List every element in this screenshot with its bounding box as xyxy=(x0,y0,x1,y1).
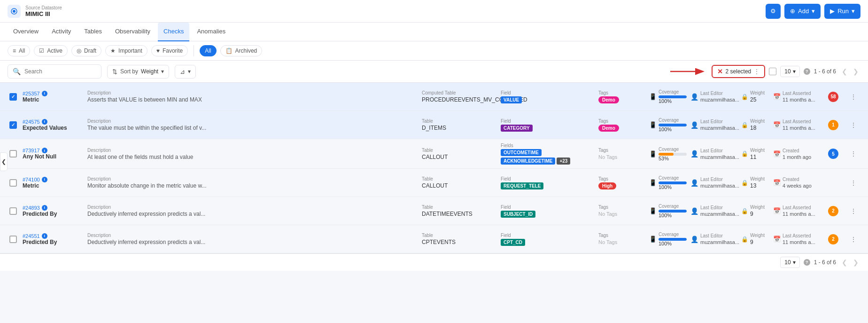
editor-name: muzammilhasa... xyxy=(700,154,739,160)
checkbox-unchecked[interactable] xyxy=(9,207,17,215)
weight-lock-icon: 🔒 xyxy=(741,122,748,128)
add-button[interactable]: ⊕ Add ▾ xyxy=(784,4,821,19)
tags-label: Tags xyxy=(598,118,645,124)
settings-button[interactable]: ⚙ xyxy=(766,4,781,19)
header-left: Source Datastore MIMIC III xyxy=(8,5,62,18)
prev-page-button[interactable]: ❮ xyxy=(840,67,849,76)
cov-bar xyxy=(659,238,687,241)
weight-col-5: 🔒 Weight 9 xyxy=(741,233,769,245)
footer-prev-button[interactable]: ❮ xyxy=(840,258,849,267)
filter-chip-label-4: Favorite xyxy=(163,47,183,54)
description-col-4: Description Deductively inferred express… xyxy=(87,205,418,217)
checkbox-unchecked[interactable] xyxy=(9,150,17,158)
nav-item-checks[interactable]: Checks xyxy=(158,23,189,41)
help-circle[interactable]: ? xyxy=(804,68,810,75)
row-menu-button[interactable]: ⋮ xyxy=(850,207,857,215)
check-id[interactable]: #24893 xyxy=(23,205,40,211)
checkbox-unchecked[interactable] xyxy=(9,179,17,187)
sort-button[interactable]: ⇅ Sort by Weight ▾ xyxy=(107,65,169,79)
table-name[interactable]: CALLOUT xyxy=(422,182,497,189)
table-name[interactable]: DATETIMEEVENTS xyxy=(422,211,497,217)
filter-chip-label-5: All xyxy=(205,47,211,54)
weight-value: 11 xyxy=(750,154,765,160)
editor-avatar-icon: 👤 xyxy=(690,236,698,243)
sidebar-collapse-arrow[interactable]: ❮ xyxy=(0,152,8,171)
next-page-button[interactable]: ❯ xyxy=(851,67,860,76)
row-checkbox-1[interactable]: ✓ xyxy=(8,121,19,129)
close-selected-icon[interactable]: ✕ xyxy=(717,68,723,75)
filter-chip-important-3[interactable]: ★Important xyxy=(105,45,147,56)
header-title: Source Datastore MIMIC III xyxy=(25,5,62,17)
check-id-col-1: #24575 i Expected Values xyxy=(23,119,84,131)
desc-label: Description xyxy=(87,148,418,153)
check-type: Predicted By xyxy=(23,211,84,217)
weight-label: Weight xyxy=(750,233,765,238)
run-button[interactable]: ▶ Run ▾ xyxy=(824,4,860,19)
row-menu-button[interactable]: ⋮ xyxy=(850,121,857,129)
page-size-select[interactable]: 10 ▾ xyxy=(780,66,799,77)
row-menu-button[interactable]: ⋮ xyxy=(850,93,857,101)
info-icon[interactable]: i xyxy=(42,205,47,211)
assert-value: 11 months a... xyxy=(783,239,815,245)
table-name[interactable]: D_ITEMS xyxy=(422,125,497,131)
check-id-col-5: #24551 i Predicted By xyxy=(23,233,84,245)
toolbar-right: ✕ 2 selected ⋮ 10 ▾ ? 1 - 6 of 6 ❮ ❯ xyxy=(670,65,860,78)
table-name[interactable]: CALLOUT xyxy=(422,154,497,160)
filter-button[interactable]: ⊿ ▾ xyxy=(175,65,196,79)
field-label: Field xyxy=(501,176,595,181)
filter-chip-all-5[interactable]: All xyxy=(200,45,216,56)
filter-chip-favorite-4[interactable]: ♥Favorite xyxy=(151,45,188,56)
row-checkbox-4[interactable] xyxy=(8,207,19,215)
row-menu-button[interactable]: ⋮ xyxy=(850,179,857,187)
editor-avatar-icon: 👤 xyxy=(690,93,698,101)
check-id[interactable]: #24551 xyxy=(23,233,40,239)
check-id[interactable]: #25357 xyxy=(23,91,40,96)
check-id-col-0: #25357 i Metric xyxy=(23,91,84,103)
search-input[interactable] xyxy=(24,68,96,75)
row-checkbox-3[interactable] xyxy=(8,179,19,187)
filter-archived[interactable]: 📋 Archived xyxy=(220,45,263,56)
nav-item-observability[interactable]: Observability xyxy=(109,23,156,41)
footer-help[interactable]: ? xyxy=(804,259,810,266)
check-id[interactable]: #73917 xyxy=(23,148,40,153)
info-icon[interactable]: i xyxy=(42,148,47,153)
nav-item-anomalies[interactable]: Anomalies xyxy=(191,23,231,41)
row-menu-button[interactable]: ⋮ xyxy=(850,236,857,243)
nav-item-activity[interactable]: Activity xyxy=(46,23,77,41)
checkbox-select-all[interactable] xyxy=(769,68,776,75)
check-id[interactable]: #24575 xyxy=(23,119,40,125)
badge-col-0: 58 xyxy=(824,92,843,102)
calendar-icon: 📅 xyxy=(773,121,781,128)
field-tags: OUTCOMETIMEACKNOWLEDGETIME+23 xyxy=(501,149,595,165)
info-icon[interactable]: i xyxy=(42,91,47,96)
coverage-icon: 📱 xyxy=(649,236,657,243)
filter-chip-all-0[interactable]: ≡All xyxy=(8,45,30,56)
row-checkbox-5[interactable] xyxy=(8,236,19,243)
row-checkbox-2[interactable] xyxy=(8,150,19,158)
check-id[interactable]: #74100 xyxy=(23,177,40,182)
page-range: 1 - 6 of 6 xyxy=(814,68,836,75)
search-box[interactable]: 🔍 xyxy=(8,64,101,79)
checkbox-unchecked[interactable] xyxy=(9,236,17,243)
row-checkbox-0[interactable]: ✓ xyxy=(8,93,19,101)
checkbox-checked[interactable]: ✓ xyxy=(9,93,17,101)
weight-col-0: 🔒 Weight 25 xyxy=(741,90,769,103)
row-menu-button[interactable]: ⋮ xyxy=(850,150,857,158)
editor-col-0: 👤 Last Editor muzammilhasa... xyxy=(690,91,737,102)
field-col-2: Fields OUTCOMETIMEACKNOWLEDGETIME+23 xyxy=(501,143,595,165)
table-name[interactable]: PROCEDUREEVENTS_MV_COMPUTED xyxy=(422,96,497,103)
info-icon[interactable]: i xyxy=(42,119,47,125)
nav-item-tables[interactable]: Tables xyxy=(78,23,108,41)
nav-item-overview[interactable]: Overview xyxy=(8,23,44,41)
filter-chip-draft-2[interactable]: ◎Draft xyxy=(71,45,101,56)
checkbox-checked[interactable]: ✓ xyxy=(9,121,17,129)
info-icon[interactable]: i xyxy=(42,177,47,182)
info-icon[interactable]: i xyxy=(42,233,47,239)
calendar-icon: 📅 xyxy=(773,207,781,214)
filter-chip-active-1[interactable]: ☑Active xyxy=(34,45,68,56)
more-options-icon[interactable]: ⋮ xyxy=(754,68,760,75)
footer-next-button[interactable]: ❯ xyxy=(851,258,860,267)
footer-page-size[interactable]: 10 ▾ xyxy=(780,257,799,268)
table-name[interactable]: CPTEVENTS xyxy=(422,239,497,245)
table-label: Table xyxy=(422,205,497,210)
